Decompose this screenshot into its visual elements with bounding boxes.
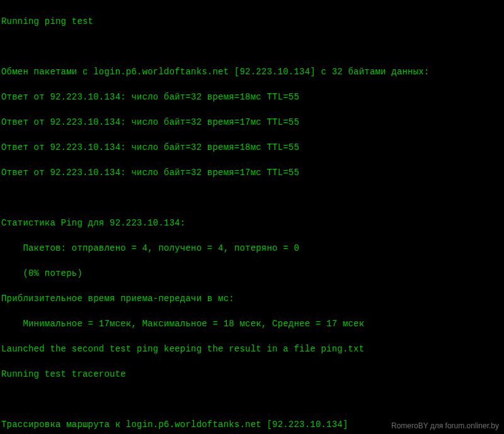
ping-launched: Launched the second test ping keeping th…	[1, 343, 503, 355]
ping-running: Running ping test	[1, 15, 503, 28]
ping-packets: Пакетов: отправлено = 4, получено = 4, п…	[1, 242, 503, 254]
blank	[1, 393, 503, 406]
ping-stats-header: Статистика Ping для 92.223.10.134:	[1, 217, 503, 229]
trace-running: Running test traceroute	[1, 368, 503, 380]
ping-exchange: Обмен пакетами с login.p6.worldoftanks.n…	[1, 66, 503, 78]
blank	[1, 40, 503, 53]
ping-reply: Ответ от 92.223.10.134: число байт=32 вр…	[1, 116, 503, 128]
terminal-output: Running ping test Обмен пакетами с login…	[0, 0, 504, 434]
ping-rtt-header: Приблизительное время приема-передачи в …	[1, 292, 503, 305]
ping-loss: (0% потерь)	[1, 267, 503, 280]
blank	[1, 191, 503, 204]
ping-reply: Ответ от 92.223.10.134: число байт=32 вр…	[1, 166, 503, 179]
ping-reply: Ответ от 92.223.10.134: число байт=32 вр…	[1, 91, 503, 103]
watermark: RomeroBY для forum.onliner.by	[391, 421, 499, 430]
ping-rtt-values: Минимальное = 17мсек, Максимальное = 18 …	[1, 317, 503, 330]
ping-reply: Ответ от 92.223.10.134: число байт=32 вр…	[1, 141, 503, 154]
